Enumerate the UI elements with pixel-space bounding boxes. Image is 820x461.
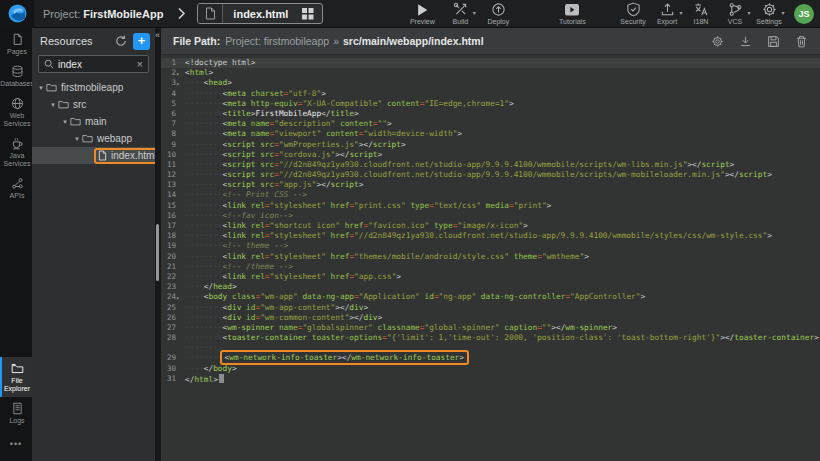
code-text: <html>	[182, 68, 213, 78]
delete-icon[interactable]	[795, 35, 808, 48]
code-line[interactable]: 2▾<html>	[161, 68, 820, 78]
code-line[interactable]: 1<!doctype html>	[161, 58, 820, 68]
line-number: 21	[161, 262, 182, 272]
settings-button[interactable]: ▾Settings	[752, 2, 786, 25]
export-button[interactable]: ▾Export	[650, 2, 684, 25]
tree-caret-icon[interactable]: ▾	[36, 84, 46, 92]
vcs-button[interactable]: ▾VCS	[718, 2, 752, 25]
preview-button[interactable]: Preview	[403, 2, 441, 25]
tree-caret-icon[interactable]: ▾	[72, 135, 82, 143]
code-line[interactable]: 14········<!-- Print CSS -->	[161, 190, 820, 200]
sidebar-item-logs[interactable]: Logs	[0, 397, 32, 429]
code-line[interactable]: 22········<link rel="stylesheet" href="a…	[161, 272, 820, 282]
splitter-drag-handle[interactable]	[156, 224, 159, 281]
action-label: Preview	[410, 18, 435, 25]
download-icon[interactable]	[739, 35, 752, 48]
tree-caret-icon[interactable]: ▾	[48, 101, 58, 109]
code-text: </html>	[182, 374, 224, 384]
sidebar-item-java-services[interactable]: Java Services	[0, 132, 32, 172]
code-line[interactable]: 10········<script src="cordova.js"></scr…	[161, 150, 820, 160]
add-resource-button[interactable]: +	[133, 33, 150, 50]
grid-icon[interactable]	[301, 7, 322, 20]
resources-panel: Resources + × ▾firstmobileapp▾src▾main▾w…	[32, 28, 155, 461]
sidebar-item-apis[interactable]: APIs	[0, 172, 32, 204]
code-line[interactable]: 29········<wm-network-info-toaster></wm-…	[161, 353, 820, 363]
code-text: ········<meta charset="utf-8">	[182, 89, 326, 99]
i18n-button[interactable]: I18N	[684, 2, 718, 25]
settings-gear-icon[interactable]	[711, 35, 724, 48]
code-line[interactable]: 7········<meta name="description" conten…	[161, 119, 820, 129]
line-number: 8	[161, 129, 182, 139]
code-line[interactable]: 27········<wm-spinner name="globalspinne…	[161, 323, 820, 333]
code-line[interactable]: 9········<script src="wmProperties.js"><…	[161, 140, 820, 150]
code-text: ········<link rel="shortcut icon" href="…	[182, 221, 528, 231]
code-line[interactable]: 23····</head>	[161, 282, 820, 292]
refresh-icon[interactable]	[115, 35, 127, 47]
code-line[interactable]: 3▾····<head>	[161, 78, 820, 88]
chevron-down-icon[interactable]: ▾	[473, 9, 476, 16]
tree-caret-icon[interactable]: ▾	[60, 118, 70, 126]
panel-splitter[interactable]: «	[155, 28, 161, 461]
collapse-panel-icon[interactable]: «	[155, 30, 160, 40]
tree-item-index-html[interactable]: index.html	[32, 147, 155, 164]
more-icon[interactable]: •••	[0, 429, 32, 461]
code-line[interactable]: 6········<title>FirstMobileApp</title>	[161, 109, 820, 119]
search-input[interactable]	[58, 59, 134, 70]
tree-item-firstmobileapp[interactable]: ▾firstmobileapp	[32, 79, 155, 96]
chevron-right-icon[interactable]	[177, 7, 186, 20]
build-button[interactable]: ▾Build	[441, 2, 479, 25]
chevron-down-icon[interactable]: ▾	[747, 9, 750, 16]
line-number: 7	[161, 119, 182, 129]
line-number: 24▾	[161, 292, 182, 302]
code-line[interactable]: 31</html>	[161, 374, 820, 384]
code-line[interactable]: 28········<toaster-container toaster-opt…	[161, 333, 820, 343]
code-line[interactable]: 25········<div id="wm-app-content"></div…	[161, 303, 820, 313]
security-icon	[626, 2, 641, 17]
line-number: 10	[161, 150, 182, 160]
save-icon[interactable]	[767, 35, 780, 48]
code-line[interactable]: 19········<!-- theme -->	[161, 241, 820, 251]
code-text: ········	[182, 343, 223, 353]
action-label: Deploy	[487, 18, 509, 25]
tree-item-webapp[interactable]: ▾webapp	[32, 130, 155, 147]
web-services-icon	[11, 97, 24, 110]
tab-index-html[interactable]: index.html	[197, 3, 323, 24]
code-line[interactable]: 15········<link rel="stylesheet" href="p…	[161, 201, 820, 211]
sidebar-item-file-explorer[interactable]: File Explorer	[0, 357, 32, 397]
sidebar-item-web-services[interactable]: Web Services	[0, 92, 32, 132]
code-line[interactable]: 5········<meta http-equiv="X-UA-Compatib…	[161, 99, 820, 109]
code-editor[interactable]: 1<!doctype html>2▾<html>3▾····<head>4···…	[161, 55, 820, 461]
tutorials-button[interactable]: Tutorials	[553, 2, 591, 25]
code-line[interactable]: 20········<link rel="stylesheet" href="t…	[161, 252, 820, 262]
chevron-down-icon[interactable]: ▾	[679, 9, 682, 16]
tree-item-main[interactable]: ▾main	[32, 113, 155, 130]
code-text: ········<div id="wm-common-content"></di…	[182, 313, 382, 323]
clear-search-icon[interactable]: ×	[134, 58, 143, 70]
code-text: ········<link rel="stylesheet" href="the…	[182, 252, 589, 262]
code-line[interactable]: 12········<script src="//d2n849qz1ya930.…	[161, 170, 820, 180]
app-logo[interactable]	[0, 0, 34, 28]
code-line[interactable]: 11········<script src="//d2n849qz1ya930.…	[161, 160, 820, 170]
code-line[interactable]: 4········<meta charset="utf-8">	[161, 89, 820, 99]
code-text: ········<script src="//d2n849qz1ya930.cl…	[182, 170, 772, 180]
code-text: ····<head>	[182, 78, 232, 88]
user-avatar[interactable]: JS	[794, 4, 814, 24]
code-line[interactable]: 21········<!-- /theme -->	[161, 262, 820, 272]
code-line[interactable]: 8········<meta name="viewport" content="…	[161, 129, 820, 139]
code-line[interactable]: 26········<div id="wm-common-content"></…	[161, 313, 820, 323]
security-button[interactable]: Security	[616, 2, 650, 25]
sidebar-item-databases[interactable]: Databases	[0, 60, 32, 92]
code-line[interactable]: 17········<link rel="shortcut icon" href…	[161, 221, 820, 231]
search-icon	[44, 59, 54, 69]
line-number: 2▾	[161, 68, 182, 78]
sidebar-item-pages[interactable]: Pages	[0, 28, 32, 60]
code-line[interactable]: 30····</body>	[161, 364, 820, 374]
code-line[interactable]: 13········<script src="app.js"></script>	[161, 180, 820, 190]
code-line[interactable]: 24▾····<body class="wm-app" data-ng-app=…	[161, 292, 820, 302]
file-icon	[198, 4, 223, 23]
chevron-down-icon[interactable]: ▾	[781, 9, 784, 16]
code-line[interactable]: 18········<link rel="stylesheet" href="/…	[161, 231, 820, 241]
code-line[interactable]: 16········<!--fav icon-->	[161, 211, 820, 221]
tree-item-src[interactable]: ▾src	[32, 96, 155, 113]
deploy-button[interactable]: Deploy	[479, 2, 517, 25]
